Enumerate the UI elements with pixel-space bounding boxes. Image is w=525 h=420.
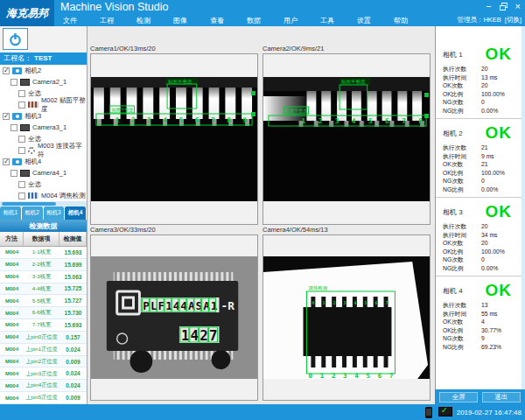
camera-icon [12,67,22,74]
metric-value: 4 [481,318,517,326]
metric-value: 20 [481,65,517,74]
camera3-view[interactable]: PLF144ASA1 -R 1427 [90,234,258,401]
row-item: 3-3线宽 [24,274,60,280]
row-item: 上pin4正位度 [24,382,60,388]
metric-row: NG次数 0 [443,256,517,264]
restore-icon[interactable] [500,3,508,10]
brand-logo: 海克易邦 [0,0,54,26]
metric-label: NG比例 [443,264,481,273]
close-icon[interactable]: × [515,1,521,11]
row-item: 4-4线宽 [24,286,60,292]
checkbox[interactable] [18,181,25,188]
metric-row: NG次数 0 [443,177,517,186]
metric-value: 13 ms [481,74,517,82]
project-tree: 相机2 Camera2_1 全选 M002 贴面平整度 [0,65,87,201]
menu-item[interactable]: 帮助 [394,15,408,26]
svg-text:0 1 2 3 4 5 6 7: 0 1 2 3 4 5 6 7 [308,372,393,379]
table-row: M004 上pin3正位度 0.024 [0,368,87,380]
camera2-view[interactable]: 贴面平整度 贴面平整度 1 2 3 4 5 6 7 8 [262,53,430,225]
tree-item[interactable]: M003 连接器字符 [0,144,87,156]
metric-row: 执行时间 9 ms [443,152,517,161]
tree-item[interactable]: 相机2 [0,65,87,76]
project-name: TEST [34,52,52,65]
table-row: M004 上pin2正位度 0.009 [0,356,87,368]
minimize-icon[interactable]: − [486,1,491,11]
metric-label: NG次数 [443,256,481,264]
metric-value: 20 [481,239,517,248]
row-method: M004 [0,396,24,401]
metric-value: 21 [481,144,517,152]
switch-user-link[interactable]: [切换] [505,16,522,24]
tree-item[interactable]: Camera3_1 [0,122,87,133]
table-row: M004 7-7线宽 15.693 [0,319,87,332]
metric-row: NG比例 0.00% [443,264,517,273]
menu-item[interactable]: 文件 [63,15,77,26]
checkbox[interactable] [18,90,25,97]
camera-grid: Camera1/OK/13ms/20 贴面平整度 贴面 [88,26,435,404]
power-button[interactable] [3,28,28,50]
checkbox[interactable] [10,79,18,86]
tree-item-label: 全选 [28,180,41,189]
fullscreen-button[interactable]: 全屏 [439,392,478,402]
camera-tab[interactable]: 相机2 [22,206,43,220]
stat-metrics: 执行次数 20 执行时间 34 ms OK次数 20 [443,222,517,273]
row-method: M004 [0,346,24,352]
camera1-image: 贴面平整度 贴面平整度 1 2 3 4 5 6 7 8 9 [91,77,257,201]
metric-label: OK比例 [443,248,481,256]
menu-item[interactable]: 数据 [247,15,261,26]
camera-tab[interactable]: 相机3 [44,206,65,220]
table-row: M004 1-1线宽 15.693 [0,247,87,259]
exit-button[interactable]: 退出 [482,392,521,402]
metric-row: OK次数 20 [443,81,517,90]
monitor-check-icon[interactable] [438,407,451,417]
svg-text:1 2 3 4 5 6 7 8 9: 1 2 3 4 5 6 7 8 9 [116,116,248,124]
camera-tab[interactable]: 相机1 [0,206,21,220]
menu-item[interactable]: 图像 [173,15,187,26]
stat-status-badge: OK [486,281,518,300]
row-value: 15.725 [60,285,87,291]
scrollbar-thumb[interactable] [2,202,56,206]
checkbox[interactable] [10,170,18,177]
tree-item[interactable]: M002 贴面平整度 [0,99,87,110]
metric-row: 执行时间 34 ms [443,231,517,240]
metric-row: NG比例 0.00% [443,107,517,116]
checkbox[interactable] [3,67,10,74]
menu-item[interactable]: 用户 [284,15,298,26]
menu-item[interactable]: 查看 [210,15,224,26]
stat-block: 相机 4 OK 执行次数 13 执行时间 55 ms [436,276,522,355]
metric-label: OK比例 [443,326,481,335]
checkbox[interactable] [3,113,10,120]
row-item: 上pin0正位度 [24,334,60,340]
checkbox[interactable] [18,102,25,108]
stat-status-badge: OK [486,45,518,64]
table-row: M004 上pin0正位度 0.157 [0,332,87,344]
camera2-image: 贴面平整度 贴面平整度 1 2 3 4 5 6 7 8 [263,77,430,201]
flatness-icon [28,102,38,108]
metric-label: NG次数 [443,177,481,186]
tree-item[interactable]: Camera2_1 [0,76,87,88]
metric-label: 执行时间 [443,74,481,82]
camera4-view[interactable]: 调焦检测 0 1 2 3 4 5 6 7 0 1 2 3 4 5 6 7 [262,234,430,401]
tree-item[interactable]: Camera4_1 [0,167,87,178]
tree-item[interactable]: 全选 [0,178,87,190]
checkbox[interactable] [18,136,25,143]
checkbox[interactable] [10,124,18,131]
checkbox[interactable] [3,158,10,165]
tree-item-label: 相机4 [24,158,41,166]
camera-tabs: 相机1 相机2 相机3 相机4 [0,206,87,220]
stat-metrics: 执行次数 21 执行时间 9 ms OK次数 21 [443,144,517,194]
menu-item[interactable]: 检测 [136,15,150,26]
metric-value: 69.23% [481,343,517,352]
menu-item[interactable]: 工具 [320,15,334,26]
row-item: 上pin3正位度 [24,371,60,377]
camera-tab[interactable]: 相机4 [65,206,86,220]
device-tray-icon[interactable] [425,407,432,418]
menu-item[interactable]: 设置 [357,15,371,26]
menu-item[interactable]: 工程 [100,15,114,26]
checkbox[interactable] [18,147,25,154]
tree-item[interactable]: M004 调焦检测 [0,190,87,201]
camera1-view[interactable]: 贴面平整度 贴面平整度 1 2 3 4 5 6 7 8 9 [90,53,258,225]
vertical-scrollbar[interactable] [522,26,525,389]
row-method: M004 [0,311,24,316]
checkbox[interactable] [18,192,25,200]
